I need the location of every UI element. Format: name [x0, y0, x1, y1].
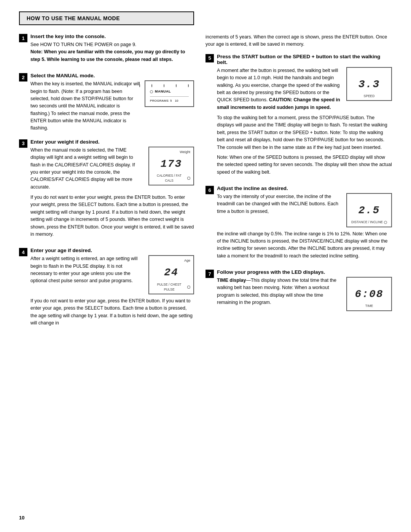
step-1-para1: See HOW TO TURN ON THE POWER on page 9. … — [30, 41, 194, 63]
step-4-number: 4 — [19, 248, 27, 256]
step-1: 1 Insert the key into the console. See H… — [19, 34, 194, 66]
step-6-lcd: 2.5 DISTANCE / INCLINE — [346, 193, 392, 227]
step-1-body: See HOW TO TURN ON THE POWER on page 9. … — [30, 41, 194, 63]
step-1-note: Note: When you are familiar with the con… — [30, 49, 185, 62]
manual-row: MANUAL — [150, 89, 189, 94]
step-2: 2 Select the MANUAL mode. When the key i… — [19, 73, 194, 132]
step-7-text: TIME display—This display shows the tota… — [217, 277, 340, 307]
header-title: HOW TO USE THE MANUAL MODE — [27, 15, 120, 21]
step-6: 6 Adjust the incline as desired. To vary… — [206, 185, 392, 262]
step-5-body: A moment after the button is pressed, th… — [217, 67, 392, 176]
step-5-para2: To stop the walking belt for a moment, p… — [217, 114, 392, 151]
time-display-bold: TIME display — [217, 278, 246, 283]
step-4-text: After a weight setting is entered, an ag… — [30, 255, 142, 285]
step-2-text: When the key is inserted, the MANUAL ind… — [30, 80, 140, 132]
lcd-4-label-top: Age — [152, 258, 190, 264]
step-4-content: Enter your age if desired. After a weigh… — [30, 248, 194, 329]
step-5-content: Press the START button or the SPEED + bu… — [217, 54, 392, 179]
step-6-number: 6 — [206, 186, 214, 194]
step-6-lcd-wrapper: To vary the intensity of your exercise, … — [217, 193, 392, 227]
step-2-title: Select the MANUAL mode. — [30, 73, 194, 78]
step-7-lcd: 6:08 TIME — [346, 277, 392, 311]
lcd-7-label-bottom: TIME — [350, 304, 388, 308]
step-4-title: Enter your age if desired. — [30, 248, 194, 253]
step-2-content: Select the MANUAL mode. When the key is … — [30, 73, 194, 132]
step-1-content: Insert the key into the console. See HOW… — [30, 34, 194, 66]
lcd-6-circle — [384, 221, 387, 224]
step-1-number: 1 — [19, 34, 27, 42]
step-3-title: Enter your weight if desired. — [30, 139, 194, 145]
step-7-number: 7 — [206, 270, 214, 278]
indicator-dot-row6 — [188, 84, 189, 87]
step-4-para2: If you do not want to enter your age, pr… — [30, 297, 194, 327]
step-6-content: Adjust the incline as desired. To vary t… — [217, 185, 392, 262]
indicator-dot-row4 — [164, 84, 164, 87]
step-2-number: 2 — [19, 73, 27, 81]
lcd-7-label-top — [350, 280, 388, 285]
programs-label: PROGRAMS — [150, 99, 169, 103]
step-5-lcd: 3.3 SPEED — [346, 67, 392, 101]
step-7-lcd-wrapper: TIME display—This display shows the tota… — [217, 277, 392, 311]
lcd-6-label-bottom: DISTANCE / INCLINE — [350, 220, 388, 225]
indicator-dot-row3 — [151, 84, 152, 87]
manual-circle — [150, 90, 153, 93]
lcd-5-label-bottom: SPEED — [350, 94, 388, 99]
step-3-body: When the manual mode is selected, the TI… — [30, 147, 194, 238]
step-3-text: When the manual mode is selected, the TI… — [30, 147, 142, 191]
step-3-lcd: Weight 173 CALORIES / FAT CALS — [148, 147, 194, 186]
step-6-body: To vary the intensity of your exercise, … — [217, 193, 392, 260]
lcd-4-circle — [187, 286, 190, 289]
lcd-3-circle — [187, 177, 190, 180]
manual-indicator-display: MANUAL PROGRAMS 5 10 — [145, 80, 194, 107]
manual-mode-header: HOW TO USE THE MANUAL MODE — [19, 11, 194, 25]
prog-10: 10 — [175, 99, 178, 103]
step-4-lcd: Age 24 PULSE / CHEST PULSE — [148, 255, 194, 294]
programs-numbers: 5 10 — [170, 99, 178, 103]
lcd-4-number: 24 — [152, 264, 190, 281]
step-1-title: Insert the key into the console. — [30, 34, 194, 39]
step-3-para2: If you do not want to enter your weight,… — [30, 194, 194, 238]
step-7: 7 Follow your progress with the LED disp… — [206, 269, 392, 314]
step-3-content: Enter your weight if desired. When the m… — [30, 139, 194, 241]
step-5-lcd-wrapper: A moment after the button is pressed, th… — [217, 67, 392, 111]
step-4-body: After a weight setting is entered, an ag… — [30, 255, 194, 327]
step-5-para3: Note: When one of the SPEED buttons is p… — [217, 154, 392, 176]
lcd-3-number: 173 — [152, 156, 190, 172]
lcd-6-label-top — [350, 196, 388, 201]
prog-5: 5 — [170, 99, 172, 103]
step-6-para2: the incline will change by 0.5%. The inc… — [217, 230, 392, 260]
step-7-title: Follow your progress with the LED displa… — [217, 269, 392, 275]
lcd-5-number: 3.3 — [350, 76, 388, 93]
indicator-dot-row5 — [176, 84, 177, 87]
page-number: 10 — [19, 515, 24, 521]
step-3-lcd-wrapper: When the manual mode is selected, the TI… — [30, 147, 194, 191]
lcd-6-number: 2.5 — [350, 202, 388, 219]
step-5-title: Press the START button or the SPEED + bu… — [217, 54, 392, 65]
step-6-title: Adjust the incline as desired. — [217, 185, 392, 191]
step-5: 5 Press the START button or the SPEED + … — [206, 54, 392, 179]
lcd-3-label-top: Weight — [152, 150, 190, 155]
right-column: increments of 5 years. When the correct … — [206, 34, 392, 336]
step-7-content: Follow your progress with the LED displa… — [217, 269, 392, 314]
step-6-text: To vary the intensity of your exercise, … — [217, 193, 340, 215]
step-5-text: A moment after the button is pressed, th… — [217, 67, 340, 111]
right-intro-text: increments of 5 years. When the correct … — [206, 34, 392, 48]
caution-bold: CAUTION: Change the speed in small incre… — [217, 97, 340, 110]
manual-label: MANUAL — [155, 89, 171, 94]
lcd-4-label-bottom: PULSE / CHEST PULSE — [152, 282, 190, 292]
lcd-5-label-top — [350, 70, 388, 75]
left-column: 1 Insert the key into the console. See H… — [19, 34, 194, 336]
step-5-number: 5 — [206, 54, 214, 62]
step-7-body: TIME display—This display shows the tota… — [217, 277, 392, 311]
programs-row: PROGRAMS 5 10 — [150, 99, 189, 103]
lcd-3-label-bottom: CALORIES / FAT CALS — [152, 173, 190, 183]
step-4-lcd-wrapper: After a weight setting is entered, an ag… — [30, 255, 194, 294]
lcd-7-number: 6:08 — [350, 286, 388, 302]
step-2-body: When the key is inserted, the MANUAL ind… — [30, 80, 194, 132]
step-3: 3 Enter your weight if desired. When the… — [19, 139, 194, 241]
step-4: 4 Enter your age if desired. After a wei… — [19, 248, 194, 329]
step-3-number: 3 — [19, 139, 27, 148]
